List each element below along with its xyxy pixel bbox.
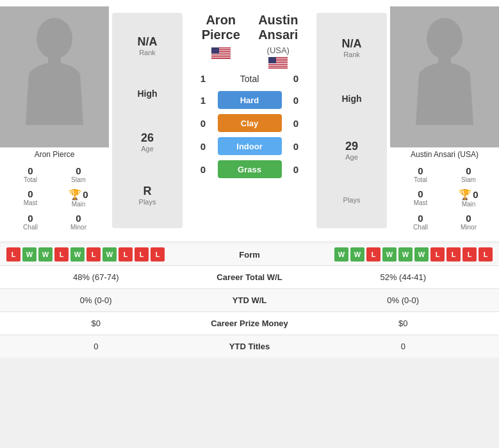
ytd-wl-left: 0% (0-0)	[6, 295, 186, 305]
right-slam-value: 0	[466, 165, 471, 176]
left-chall-cell: 0 Chall	[6, 210, 54, 233]
right-plays-label: Plays	[343, 196, 361, 204]
left-total-label: Total	[24, 176, 37, 183]
form-right-badge-6: L	[430, 247, 445, 261]
hard-row: 1 Hard 0	[186, 88, 313, 112]
hard-badge: Hard	[218, 91, 282, 109]
svg-rect-1	[48, 56, 61, 65]
left-high-block: High	[115, 83, 179, 104]
svg-rect-10	[211, 54, 231, 55]
svg-rect-28	[268, 68, 288, 69]
left-info-panel: N/A Rank High 26 Age R Plays	[112, 13, 183, 228]
form-left-badge-2: W	[38, 247, 53, 261]
svg-rect-11	[211, 55, 231, 56]
left-rank-label: Rank	[139, 49, 156, 56]
player-left-photo	[0, 6, 109, 147]
left-slam-label: Slam	[71, 176, 86, 183]
left-player-header: Aron Pierce	[192, 10, 250, 46]
player-right-stats: 0 Total 0 Slam 0 Mast 🏆 0 Main	[390, 162, 499, 235]
right-minor-value: 0	[466, 213, 471, 224]
clay-badge: Clay	[218, 114, 282, 132]
right-minor-label: Minor	[461, 224, 477, 231]
svg-rect-27	[268, 67, 288, 67]
clay-left-score: 0	[195, 118, 211, 129]
grass-right-score: 0	[288, 164, 304, 175]
clay-right-score: 0	[288, 118, 304, 129]
player-right-photo	[390, 6, 499, 147]
bottom-section: LWWLWLWLLL Form WWLWWWLLLL 48% (67-74) C…	[0, 244, 499, 358]
center-panel: Aron Pierce	[186, 6, 313, 235]
prize-right: $0	[314, 319, 493, 328]
form-right-badge-8: L	[462, 247, 477, 261]
grass-row: 0 Grass 0	[186, 158, 313, 181]
career-wl-right: 52% (44-41)	[314, 272, 493, 282]
right-plays-block: Plays	[320, 191, 384, 209]
form-right: WWLWWWLLLL	[301, 247, 493, 261]
form-left-badge-8: L	[135, 247, 149, 261]
left-flag-icon	[211, 47, 231, 59]
form-left-badge-4: W	[70, 247, 85, 261]
right-total-value: 0	[418, 165, 423, 176]
clay-row: 0 Clay 0	[186, 112, 313, 135]
form-left-badge-9: L	[151, 247, 165, 261]
left-trophy-main-cell: 🏆 0 Main	[54, 186, 102, 210]
left-plays-block: R Plays	[115, 179, 179, 211]
player-right-col: Austin Ansari (USA) 0 Total 0 Slam 0 Mas…	[390, 6, 499, 235]
total-label: Total	[218, 74, 282, 84]
left-slam-cell: 0 Slam	[54, 163, 102, 186]
ytd-wl-right: 0% (0-0)	[314, 295, 493, 305]
total-right-score: 0	[288, 73, 304, 84]
career-wl-label: Career Total W/L	[186, 272, 314, 282]
svg-rect-25	[268, 65, 288, 65]
left-plays-value: R	[143, 185, 152, 198]
right-main-value: 0	[473, 189, 478, 200]
left-total-value: 0	[28, 165, 33, 176]
left-minor-value: 0	[76, 213, 81, 224]
player-right-name: Austin Ansari (USA)	[390, 147, 499, 162]
indoor-left-score: 0	[195, 141, 211, 152]
career-wl-row: 48% (67-74) Career Total W/L 52% (44-41)	[0, 266, 499, 289]
left-minor-label: Minor	[70, 224, 86, 231]
form-left-badge-1: W	[22, 247, 37, 261]
left-mast-cell: 0 Mast	[6, 186, 54, 210]
form-right-badge-9: L	[479, 247, 493, 261]
svg-rect-29	[268, 57, 276, 63]
svg-rect-23	[268, 63, 288, 64]
right-total-label: Total	[414, 176, 427, 183]
player-left-name: Aron Pierce	[0, 147, 109, 162]
left-trophy-icon: 🏆	[69, 188, 81, 201]
right-age-block: 29 Age	[320, 135, 384, 166]
ytd-wl-row: 0% (0-0) YTD W/L 0% (0-0)	[0, 289, 499, 312]
player-left-col: Aron Pierce 0 Total 0 Slam 0 Mast 🏆	[0, 6, 109, 235]
left-minor-cell: 0 Minor	[54, 210, 102, 233]
right-slam-cell: 0 Slam	[445, 163, 493, 186]
form-right-badge-5: W	[414, 247, 429, 261]
prize-row: $0 Career Prize Money $0	[0, 312, 499, 335]
svg-rect-24	[268, 64, 288, 65]
left-rank-block: N/A Rank	[115, 30, 179, 62]
left-mast-label: Mast	[24, 199, 38, 206]
left-age-label: Age	[141, 145, 154, 153]
form-left-badge-7: L	[119, 247, 133, 261]
player-left-stats: 0 Total 0 Slam 0 Mast 🏆 0 Main	[0, 162, 109, 235]
left-main-value: 0	[83, 189, 88, 200]
form-right-badge-0: W	[334, 247, 348, 261]
grass-badge: Grass	[218, 160, 282, 178]
left-chall-label: Chall	[23, 224, 38, 231]
form-right-badge-1: W	[350, 247, 364, 261]
svg-rect-14	[211, 58, 231, 59]
right-age-label: Age	[345, 153, 358, 161]
right-rank-block: N/A Rank	[320, 32, 384, 63]
svg-rect-13	[211, 57, 231, 58]
form-right-badge-4: W	[398, 247, 413, 261]
titles-right: 0	[314, 342, 493, 351]
right-chall-value: 0	[418, 213, 423, 224]
form-row: LWWLWLWLLL Form WWLWWWLLLL	[0, 244, 499, 266]
indoor-right-score: 0	[288, 141, 304, 152]
titles-label: YTD Titles	[186, 342, 314, 351]
ytd-wl-label: YTD W/L	[186, 295, 314, 305]
left-chall-value: 0	[28, 213, 33, 224]
total-left-score: 1	[195, 73, 211, 84]
right-player-header: Austin Ansari	[250, 10, 307, 46]
form-left-badge-0: L	[6, 247, 20, 261]
